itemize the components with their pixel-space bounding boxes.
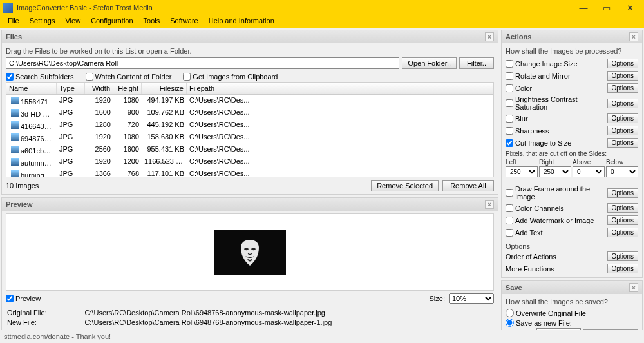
cut-left-input[interactable]: 250	[506, 166, 538, 177]
preview-image-area	[6, 213, 494, 291]
action-checkbox[interactable]: Sharpness	[506, 127, 605, 135]
open-folder-button[interactable]: Open Folder..	[402, 57, 457, 69]
preview-close-icon[interactable]: ×	[485, 200, 494, 209]
col-filesize[interactable]: Filesize	[142, 83, 187, 94]
files-title: Files	[6, 33, 22, 41]
size-label: Size:	[430, 295, 445, 302]
action-options-button[interactable]: Options	[607, 59, 638, 68]
minimize-button[interactable]: —	[572, 1, 595, 14]
order-actions-label: Order of Actions	[506, 253, 605, 260]
filter-button[interactable]: Filter..	[459, 57, 494, 69]
table-row[interactable]: 6948768-ano...JPG19201080158.630 KBC:\Us…	[6, 132, 493, 144]
save-title: Save	[506, 284, 522, 291]
cut-below-input[interactable]: 0	[606, 166, 638, 177]
remove-selected-button[interactable]: Remove Selected	[371, 180, 439, 191]
preview-size-select[interactable]: 10%	[449, 293, 494, 304]
table-row[interactable]: a601cb579c...JPG25601600955.431 KBC:\Use…	[6, 144, 493, 156]
cut-right-input[interactable]: 250	[539, 166, 571, 177]
save-hint: How shall the Images be saved?	[506, 297, 638, 308]
files-hint: Drag the Files to be worked on to this L…	[6, 46, 494, 57]
col-height[interactable]: Height	[113, 83, 142, 94]
overwrite-radio[interactable]: Overwrite Original File	[506, 308, 638, 318]
actions-title: Actions	[506, 33, 531, 41]
action-options-button[interactable]: Options	[607, 83, 638, 93]
preview-thumbnail	[214, 230, 286, 275]
menubar: File Settings View Configuration Tools S…	[0, 15, 644, 28]
cut-above-input[interactable]: 0	[573, 166, 605, 177]
action-checkbox[interactable]: Change Image Size	[506, 60, 605, 68]
col-type[interactable]: Type	[57, 83, 85, 94]
files-close-icon[interactable]: ×	[485, 32, 494, 41]
actions-hint: How shall the Images be processed?	[506, 46, 638, 57]
action-options-button[interactable]: Options	[607, 99, 638, 108]
action-checkbox[interactable]: Brightness Contrast Saturation	[506, 95, 605, 111]
table-row[interactable]: autumn_bree...JPG192012001166.523 KBC:\U…	[6, 156, 493, 168]
menu-settings[interactable]: Settings	[24, 15, 61, 28]
window-title: ImageConverter Basic - Stefan Trost Medi…	[17, 4, 572, 12]
image-count: 10 Images	[6, 182, 371, 190]
col-name[interactable]: Name	[6, 83, 57, 94]
more-options-button[interactable]: Options	[607, 264, 638, 273]
preview-panel: Preview× Preview Size: 10% Original File…	[1, 197, 498, 330]
more-functions-label: More Functions	[506, 265, 605, 273]
save-new-radio[interactable]: Save as new File:	[506, 318, 638, 328]
actions-close-icon[interactable]: ×	[629, 32, 638, 41]
col-width[interactable]: Width	[85, 83, 113, 94]
action-checkbox[interactable]: Cut Image to Size	[506, 139, 605, 147]
actions-panel: Actions× How shall the Images be process…	[501, 30, 643, 278]
remove-all-button[interactable]: Remove All	[442, 180, 494, 191]
file-list[interactable]: Name Type Width Height Filesize Filepath…	[6, 82, 494, 177]
action-options-button[interactable]: Options	[607, 138, 638, 148]
action-options-button[interactable]: Options	[607, 203, 638, 213]
menu-file[interactable]: File	[3, 15, 24, 28]
action-checkbox[interactable]: Draw Frame around the Image	[506, 185, 605, 201]
preview-checkbox[interactable]: Preview	[6, 295, 426, 302]
search-subfolders-checkbox[interactable]: Search Subfolders	[6, 73, 74, 81]
col-filepath[interactable]: Filepath	[187, 83, 493, 94]
action-checkbox[interactable]: Add Watermark or Image	[506, 217, 605, 224]
folder-path-input[interactable]	[6, 57, 399, 69]
files-panel: Files× Drag the Files to be worked on to…	[1, 30, 498, 195]
close-button[interactable]: ✕	[618, 1, 641, 14]
mask-icon	[238, 239, 261, 267]
action-checkbox[interactable]: Rotate and Mirror	[506, 72, 605, 80]
table-row[interactable]: burning_pok...JPG1366768117.101 KBC:\Use…	[6, 168, 493, 177]
cut-hint: Pixels, that are cut off on the Sides:	[506, 149, 638, 157]
menu-software[interactable]: Software	[165, 15, 203, 28]
action-options-button[interactable]: Options	[607, 71, 638, 81]
maximize-button[interactable]: ▭	[595, 1, 618, 14]
action-checkbox[interactable]: Blur	[506, 115, 605, 122]
menu-help[interactable]: Help and Information	[204, 15, 279, 28]
table-row[interactable]: 3d HD Wallpa...JPG1600900109.762 KBC:\Us…	[6, 107, 493, 119]
action-checkbox[interactable]: Add Text	[506, 229, 605, 237]
menu-tools[interactable]: Tools	[138, 15, 166, 28]
order-options-button[interactable]: Options	[607, 251, 638, 261]
save-close-icon[interactable]: ×	[629, 283, 638, 292]
preview-title: Preview	[6, 201, 33, 208]
action-options-button[interactable]: Options	[607, 215, 638, 225]
status-bar: sttmedia.com/donate - Thank you!	[0, 330, 644, 343]
file-info: Original File:C:\Users\RC\Desktop\Camera…	[6, 306, 494, 329]
watch-content-checkbox[interactable]: Watch Content of Folder	[86, 73, 172, 81]
get-clipboard-checkbox[interactable]: Get Images from Clipboard	[183, 73, 278, 81]
table-row[interactable]: 4166439-gho...JPG1280720445.192 KBC:\Use…	[6, 119, 493, 132]
options-header: Options	[506, 242, 638, 250]
app-icon	[3, 3, 13, 13]
action-options-button[interactable]: Options	[607, 126, 638, 135]
action-checkbox[interactable]: Color Channels	[506, 204, 605, 212]
menu-view[interactable]: View	[60, 15, 86, 28]
save-panel: Save× How shall the Images be saved? Ove…	[501, 280, 643, 330]
table-row[interactable]: 1556471JPG19201080494.197 KBC:\Users\RC\…	[6, 95, 493, 107]
titlebar: ImageConverter Basic - Stefan Trost Medi…	[0, 0, 644, 15]
menu-configuration[interactable]: Configuration	[86, 15, 138, 28]
action-options-button[interactable]: Options	[607, 113, 638, 123]
action-options-button[interactable]: Options	[607, 188, 638, 198]
action-options-button[interactable]: Options	[607, 228, 638, 237]
action-checkbox[interactable]: Color	[506, 84, 605, 92]
